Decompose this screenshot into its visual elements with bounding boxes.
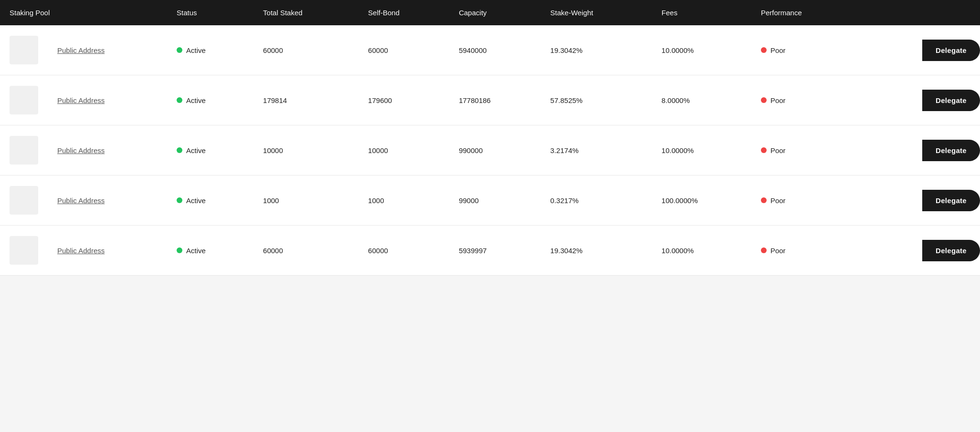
table-row: Public Address Active 10000 10000 990000… <box>0 125 980 175</box>
row-capacity: 17780186 <box>449 75 541 125</box>
row-avatar-cell <box>0 75 48 125</box>
row-address-cell: Public Address <box>48 226 167 276</box>
col-performance: Performance <box>751 0 859 25</box>
public-address-link[interactable]: Public Address <box>57 46 105 54</box>
status-label: Active <box>186 146 206 154</box>
row-status-cell: Active <box>167 226 253 276</box>
performance-label: Poor <box>770 96 786 104</box>
row-fees: 10.0000% <box>652 226 751 276</box>
row-fees: 100.0000% <box>652 175 751 226</box>
performance-label: Poor <box>770 146 786 154</box>
status-label: Active <box>186 46 206 54</box>
performance-poor-dot <box>761 247 767 253</box>
table-row: Public Address Active 60000 60000 593999… <box>0 226 980 276</box>
row-address-cell: Public Address <box>48 175 167 226</box>
col-capacity: Capacity <box>449 0 541 25</box>
row-fees: 10.0000% <box>652 125 751 175</box>
status-active-dot <box>177 197 182 203</box>
performance-label: Poor <box>770 247 786 255</box>
row-stake-weight: 3.2174% <box>541 125 652 175</box>
row-total-staked: 60000 <box>253 25 358 75</box>
col-staking-pool: Staking Pool <box>0 0 167 25</box>
public-address-link[interactable]: Public Address <box>57 146 105 154</box>
avatar <box>10 86 38 114</box>
row-avatar-cell <box>0 25 48 75</box>
row-performance-cell: Poor <box>751 226 859 276</box>
row-address-cell: Public Address <box>48 75 167 125</box>
table-row: Public Address Active 1000 1000 99000 0.… <box>0 175 980 226</box>
delegate-button[interactable]: Delegate <box>922 190 980 211</box>
row-self-bond: 179600 <box>358 75 449 125</box>
row-self-bond: 1000 <box>358 175 449 226</box>
row-capacity: 5940000 <box>449 25 541 75</box>
row-action-cell: Delegate <box>859 25 980 75</box>
row-self-bond: 60000 <box>358 25 449 75</box>
public-address-link[interactable]: Public Address <box>57 96 105 104</box>
status-active-dot <box>177 247 182 253</box>
row-action-cell: Delegate <box>859 75 980 125</box>
row-stake-weight: 19.3042% <box>541 226 652 276</box>
staking-pools-table: Staking Pool Status Total Staked Self-Bo… <box>0 0 980 276</box>
row-total-staked: 1000 <box>253 175 358 226</box>
table-row: Public Address Active 179814 179600 1778… <box>0 75 980 125</box>
performance-poor-dot <box>761 47 767 53</box>
row-performance-cell: Poor <box>751 25 859 75</box>
row-capacity: 5939997 <box>449 226 541 276</box>
col-self-bond: Self-Bond <box>358 0 449 25</box>
delegate-button[interactable]: Delegate <box>922 140 980 161</box>
row-status-cell: Active <box>167 125 253 175</box>
row-fees: 8.0000% <box>652 75 751 125</box>
public-address-link[interactable]: Public Address <box>57 247 105 255</box>
row-performance-cell: Poor <box>751 75 859 125</box>
row-status-cell: Active <box>167 75 253 125</box>
avatar <box>10 36 38 64</box>
row-stake-weight: 19.3042% <box>541 25 652 75</box>
row-self-bond: 60000 <box>358 226 449 276</box>
public-address-link[interactable]: Public Address <box>57 196 105 205</box>
col-action <box>859 0 980 25</box>
row-action-cell: Delegate <box>859 125 980 175</box>
row-self-bond: 10000 <box>358 125 449 175</box>
row-avatar-cell <box>0 175 48 226</box>
performance-label: Poor <box>770 196 786 205</box>
status-active-dot <box>177 47 182 53</box>
row-total-staked: 60000 <box>253 226 358 276</box>
performance-poor-dot <box>761 197 767 203</box>
avatar <box>10 236 38 265</box>
col-stake-weight: Stake-Weight <box>541 0 652 25</box>
col-fees: Fees <box>652 0 751 25</box>
delegate-button[interactable]: Delegate <box>922 40 980 61</box>
row-capacity: 99000 <box>449 175 541 226</box>
col-status: Status <box>167 0 253 25</box>
row-capacity: 990000 <box>449 125 541 175</box>
row-performance-cell: Poor <box>751 125 859 175</box>
status-active-dot <box>177 147 182 153</box>
row-avatar-cell <box>0 226 48 276</box>
delegate-button[interactable]: Delegate <box>922 240 980 261</box>
row-address-cell: Public Address <box>48 125 167 175</box>
row-status-cell: Active <box>167 175 253 226</box>
row-action-cell: Delegate <box>859 226 980 276</box>
row-total-staked: 179814 <box>253 75 358 125</box>
performance-poor-dot <box>761 97 767 103</box>
col-total-staked: Total Staked <box>253 0 358 25</box>
row-total-staked: 10000 <box>253 125 358 175</box>
row-status-cell: Active <box>167 25 253 75</box>
table-header-row: Staking Pool Status Total Staked Self-Bo… <box>0 0 980 25</box>
status-active-dot <box>177 97 182 103</box>
row-avatar-cell <box>0 125 48 175</box>
table-row: Public Address Active 60000 60000 594000… <box>0 25 980 75</box>
row-fees: 10.0000% <box>652 25 751 75</box>
row-stake-weight: 57.8525% <box>541 75 652 125</box>
status-label: Active <box>186 196 206 205</box>
avatar <box>10 186 38 215</box>
delegate-button[interactable]: Delegate <box>922 90 980 111</box>
avatar <box>10 136 38 165</box>
row-performance-cell: Poor <box>751 175 859 226</box>
performance-poor-dot <box>761 147 767 153</box>
performance-label: Poor <box>770 46 786 54</box>
status-label: Active <box>186 96 206 104</box>
row-address-cell: Public Address <box>48 25 167 75</box>
row-stake-weight: 0.3217% <box>541 175 652 226</box>
row-action-cell: Delegate <box>859 175 980 226</box>
